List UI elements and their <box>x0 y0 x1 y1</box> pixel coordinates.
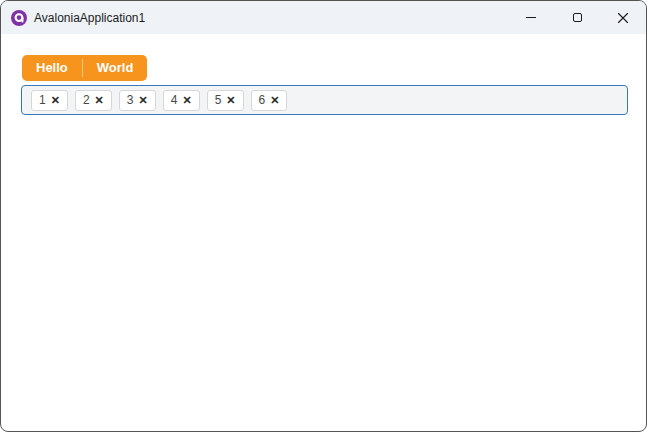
tag-chip: 2 ✕ <box>75 90 112 111</box>
tag-chip: 1 ✕ <box>31 90 68 111</box>
chip-remove-icon[interactable]: ✕ <box>226 95 235 106</box>
maximize-icon <box>573 13 582 22</box>
minimize-button[interactable] <box>508 1 554 34</box>
chip-label: 1 <box>39 94 46 106</box>
chip-label: 5 <box>215 94 222 106</box>
close-button[interactable] <box>600 1 646 34</box>
chip-label: 4 <box>171 94 178 106</box>
close-icon <box>617 12 629 24</box>
chip-remove-icon[interactable]: ✕ <box>51 95 60 106</box>
chip-label: 2 <box>83 94 90 106</box>
chip-label: 3 <box>127 94 134 106</box>
tag-chip: 6 ✕ <box>251 90 288 111</box>
avalonia-logo-icon <box>11 10 27 26</box>
world-button[interactable]: World <box>83 55 148 81</box>
maximize-button[interactable] <box>554 1 600 34</box>
toolbar: Hello World <box>22 55 147 81</box>
tag-chip: 4 ✕ <box>163 90 200 111</box>
chip-remove-icon[interactable]: ✕ <box>95 95 104 106</box>
chip-remove-icon[interactable]: ✕ <box>270 95 279 106</box>
tag-chip: 3 ✕ <box>119 90 156 111</box>
app-window: AvaloniaApplication1 Hello World 1 <box>0 0 647 432</box>
chip-remove-icon[interactable]: ✕ <box>182 95 191 106</box>
content-area: Hello World 1 ✕ 2 ✕ 3 ✕ 4 ✕ 5 ✕ <box>1 34 646 115</box>
chip-label: 6 <box>259 94 266 106</box>
hello-button[interactable]: Hello <box>22 55 82 81</box>
window-title: AvaloniaApplication1 <box>34 11 145 25</box>
caption-buttons <box>508 1 646 34</box>
tag-input[interactable]: 1 ✕ 2 ✕ 3 ✕ 4 ✕ 5 ✕ 6 ✕ <box>21 85 628 115</box>
titlebar[interactable]: AvaloniaApplication1 <box>1 1 646 34</box>
minimize-icon <box>526 17 536 18</box>
chip-remove-icon[interactable]: ✕ <box>139 95 148 106</box>
tag-chip: 5 ✕ <box>207 90 244 111</box>
